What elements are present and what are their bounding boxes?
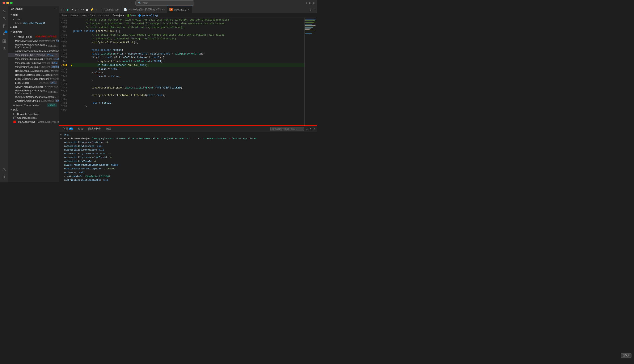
panel-close-icon[interactable]: ✕ bbox=[313, 128, 315, 130]
split-icon[interactable]: ⊟ bbox=[309, 2, 311, 4]
breadcrumb-fram[interactable]: fram... bbox=[90, 14, 97, 17]
tab-view-java[interactable]: J View.java 1 ✕ bbox=[167, 6, 192, 13]
panel-expand-icon[interactable]: ∧ bbox=[310, 128, 312, 130]
stop-btn[interactable]: ⏹ bbox=[85, 8, 88, 11]
lightning-btn[interactable]: ⚡ bbox=[90, 8, 94, 11]
activity-settings[interactable] bbox=[1, 174, 8, 180]
activity-run-debug[interactable]: ▷ bbox=[1, 8, 8, 14]
callstack-item-3[interactable]: View.performClick() View.java 7441:1 ⇒ bbox=[9, 53, 59, 57]
breakpoints-section-header[interactable]: ▼ 断点 bbox=[9, 107, 59, 112]
watch-arrow: ▶ bbox=[10, 26, 12, 28]
breadcrumb-viewjava[interactable]: J View.java bbox=[111, 14, 124, 17]
tab-android-md[interactable]: 📄 android 如何分析应用的内存.md bbox=[121, 6, 167, 13]
local-this: this: 👁 MaterialTextView@64 bbox=[9, 22, 59, 25]
callstack-item-5[interactable]: View.access$3700(View) View.java 835:1 bbox=[9, 61, 59, 65]
back-arrow[interactable]: ← bbox=[123, 1, 126, 4]
step-into-btn[interactable]: ↓ bbox=[75, 8, 76, 11]
thread-signal-catcher[interactable]: ▶ Thread [Signal Catcher] 正在运行 bbox=[9, 103, 59, 107]
code-line-7436: ▶ bbox=[71, 44, 304, 48]
console-prop-5: mAccessibilityTraversalBeforeId: -1 bbox=[61, 156, 315, 159]
callstack-item-0[interactable]: MainActivityclick(View) MainActivity.jav… bbox=[9, 39, 59, 43]
breadcrumb-performclick[interactable]: 🔷 performClick() bbox=[138, 14, 158, 17]
terminal-label: 终端 bbox=[106, 127, 111, 131]
activity-search[interactable] bbox=[1, 15, 8, 22]
breadcrumb-view-class[interactable]: 🌿 View bbox=[126, 14, 136, 17]
local-section-header[interactable]: ▼ Local bbox=[9, 17, 59, 22]
panel-tab-terminal[interactable]: 终端 bbox=[103, 126, 113, 132]
tab-close-icon[interactable]: ✕ bbox=[188, 8, 189, 11]
activity-account[interactable] bbox=[1, 166, 8, 173]
panel-tab-problems[interactable]: 问题 13 bbox=[61, 126, 76, 132]
console-prop-10: ▶ mAttachInfo: View$AttachInfo@81 bbox=[61, 174, 315, 178]
activity-source-control[interactable] bbox=[1, 23, 8, 29]
thread-main[interactable]: ▼ Thread [main] 因 BREAKPOINT 已暂停 bbox=[9, 34, 59, 39]
window-controls[interactable] bbox=[3, 2, 13, 4]
callstack-item-12[interactable]: Method.invoke(Object,Object[])[native me… bbox=[9, 89, 59, 95]
activity-test[interactable] bbox=[1, 45, 8, 52]
svg-point-10 bbox=[4, 168, 5, 170]
caught-checkbox[interactable] bbox=[14, 116, 16, 119]
activity-debug[interactable]: 1 bbox=[1, 30, 8, 37]
uncaught-checkbox[interactable] bbox=[14, 113, 16, 115]
panel-tab-output[interactable]: 输出 bbox=[76, 126, 86, 132]
list-view-icon[interactable]: ☰ bbox=[306, 128, 308, 130]
activity-extensions[interactable] bbox=[1, 38, 8, 44]
code-line-7449: ▶ notifyEnterOrExitForAutoFillIfNeeded(e… bbox=[71, 94, 304, 97]
forward-arrow[interactable]: → bbox=[129, 1, 132, 4]
breadcrumb-biaowan[interactable]: biaowan bbox=[70, 14, 79, 17]
callstack-item-10[interactable]: Looper.loop() Looper.java 288:1 bbox=[9, 81, 59, 85]
breakpoint-uncaught[interactable]: Uncaught Exceptions bbox=[9, 112, 59, 116]
breakpoint-caught[interactable]: Caught Exceptions bbox=[9, 116, 59, 120]
sidebar-more[interactable]: ... bbox=[54, 8, 56, 10]
console-filter-input[interactable] bbox=[270, 127, 304, 131]
callstack-item-14[interactable]: ZygoteInit.main(String[]) ZygoteInit.jav… bbox=[9, 99, 59, 103]
breadcrumb-users[interactable]: Users bbox=[61, 14, 67, 17]
watch-section-header[interactable]: ▶ 监视 bbox=[9, 25, 59, 30]
callstack-item-13[interactable]: RuntimeInit$MethodAndArgsCaller.run() Ru… bbox=[9, 95, 59, 99]
code-line-7453: ▶ bbox=[71, 108, 304, 112]
titlebar-right: ⊞ ⊟ ≡ bbox=[305, 2, 314, 4]
settings2-btn[interactable]: ≡ bbox=[95, 8, 97, 11]
callstack-item-4[interactable]: View.performClickInternal() View.java 74… bbox=[9, 57, 59, 61]
minimize-button[interactable] bbox=[6, 2, 9, 4]
restart-btn[interactable]: ↩ bbox=[81, 8, 84, 11]
console-line-mtv: ▶ MaterialTextView@64 "com.google.androi… bbox=[61, 137, 315, 140]
maximize-button[interactable] bbox=[10, 2, 13, 4]
console-content: ▶ this ▶ MaterialTextView@64 "com.google… bbox=[59, 132, 317, 182]
step-over-btn[interactable]: ↷ bbox=[71, 8, 73, 11]
menu-icon[interactable]: ≡ bbox=[313, 2, 314, 4]
breadcrumb-idview[interactable]: id › view bbox=[100, 14, 109, 17]
close-button[interactable] bbox=[3, 2, 5, 4]
uncaught-label: Uncaught Exceptions bbox=[17, 113, 39, 115]
callstack-item-11[interactable]: ActivityThread.main(String[]) ActivityTh… bbox=[9, 85, 59, 89]
panel-tab-console[interactable]: 调试控制台 bbox=[86, 126, 103, 132]
breadcrumb-aosp[interactable]: aosp bbox=[82, 14, 87, 17]
breakpoint-mainactivity[interactable]: ✓ MainActivity.java ~/AndroidStudioProje… bbox=[9, 120, 59, 124]
layout-icon[interactable]: ⊞ bbox=[305, 2, 308, 4]
split-editor-icon[interactable]: ⊟ bbox=[309, 8, 312, 11]
callstack-label: 调用堆栈 bbox=[13, 30, 22, 34]
variables-section-header[interactable]: ▼ 变量 bbox=[9, 12, 59, 17]
bp-file-label: MainActivity.java bbox=[18, 120, 35, 123]
callstack-item-1[interactable]: Method.invoke(Object,Object[])[native me… bbox=[9, 43, 59, 49]
thread-main-name: Thread [main] bbox=[16, 36, 34, 38]
code-line-7442: ▶ result = true; bbox=[71, 67, 304, 71]
output-label: 输出 bbox=[78, 127, 83, 131]
callstack-item-9[interactable]: Looper.loopOnce(Looper,long,int) Looper.… bbox=[9, 77, 59, 81]
code-line-7441: ▶ li.mOnClickListener.onClick(this); bbox=[71, 63, 304, 67]
step-out-btn[interactable]: ↑ bbox=[78, 8, 80, 11]
callstack-section-header[interactable]: ▼ 调用堆栈 bbox=[9, 30, 59, 34]
continue-btn[interactable]: ▶ bbox=[67, 8, 69, 11]
code-lines: ▶ // NOTE: other methods on View should … bbox=[69, 18, 304, 126]
global-search[interactable]: 🔍 搜索 bbox=[135, 0, 194, 6]
callstack-item-2[interactable]: AppCompatViewInflater$DeclaredOnClickLis… bbox=[9, 49, 59, 53]
code-line-7429: ▶ // NOTE: other methods on View should … bbox=[71, 18, 304, 22]
tab-settings[interactable]: {} settings.json bbox=[99, 6, 121, 13]
main-checkbox[interactable]: ✓ bbox=[14, 120, 16, 123]
callstack-item-8[interactable]: Handler.dispatchMessage(Message) Handler… bbox=[9, 73, 59, 77]
overflow-icon[interactable]: ⋯ bbox=[313, 8, 315, 11]
callstack-item-6[interactable]: View$PerformClick.run() View.java 28676:… bbox=[9, 65, 59, 69]
settings-tab-icon: {} bbox=[102, 8, 103, 11]
svg-point-2 bbox=[3, 24, 4, 25]
callstack-item-7[interactable]: Handler.handleCallback(Message) Handler.… bbox=[9, 69, 59, 73]
